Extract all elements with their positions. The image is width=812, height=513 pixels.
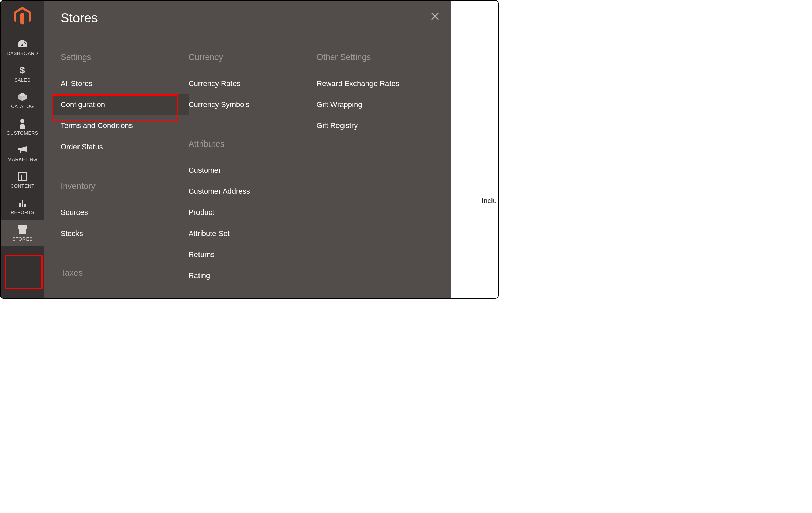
link-reward-exchange-rates[interactable]: Reward Exchange Rates [316, 73, 438, 94]
person-icon [19, 118, 26, 129]
sidebar-item-label: CUSTOMERS [7, 130, 38, 136]
group-title-inventory: Inventory [61, 181, 182, 191]
group-title-settings: Settings [61, 52, 182, 62]
stores-flyout-panel: Stores Settings All Stores Configuration… [44, 1, 451, 298]
flyout-column-1: Settings All Stores Configuration Terms … [61, 48, 189, 289]
svg-rect-16 [22, 200, 23, 207]
sidebar-item-label: CATALOG [11, 104, 34, 109]
link-gift-registry[interactable]: Gift Registry [316, 115, 438, 136]
flyout-title: Stores [61, 11, 98, 25]
sidebar-item-label: STORES [12, 236, 33, 242]
link-all-stores[interactable]: All Stores [61, 73, 182, 94]
svg-point-2 [21, 44, 23, 46]
link-currency-symbols[interactable]: Currency Symbols [189, 94, 310, 115]
dollar-icon: $ [19, 65, 26, 76]
link-attr-rating[interactable]: Rating [189, 265, 310, 286]
sidebar-item-content[interactable]: CONTENT [1, 167, 44, 193]
layout-icon [18, 171, 27, 182]
link-stocks[interactable]: Stocks [61, 223, 182, 244]
sidebar-item-label: REPORTS [11, 210, 34, 215]
sidebar-item-label: MARKETING [8, 157, 37, 162]
sidebar-item-stores[interactable]: STORES [1, 220, 44, 246]
sidebar-divider [9, 30, 36, 30]
svg-rect-12 [19, 173, 26, 180]
box-icon [18, 91, 27, 102]
megaphone-icon [18, 144, 27, 155]
group-title-other-settings: Other Settings [316, 52, 438, 62]
close-button[interactable] [429, 10, 441, 22]
dashboard-icon [17, 38, 28, 49]
sidebar-item-label: CONTENT [11, 183, 34, 189]
magento-logo-icon [14, 7, 31, 26]
link-order-status[interactable]: Order Status [61, 136, 182, 157]
link-attr-customer[interactable]: Customer [189, 160, 310, 181]
link-attr-returns[interactable]: Returns [189, 244, 310, 265]
link-sources[interactable]: Sources [61, 202, 182, 223]
link-attr-attribute-set[interactable]: Attribute Set [189, 223, 310, 244]
svg-text:$: $ [20, 65, 25, 75]
link-configuration[interactable]: Configuration [52, 94, 189, 115]
sidebar-item-label: SALES [14, 77, 30, 83]
group-title-currency: Currency [189, 52, 310, 62]
link-currency-rates[interactable]: Currency Rates [189, 73, 310, 94]
bar-chart-icon [18, 198, 27, 208]
flyout-columns: Settings All Stores Configuration Terms … [61, 48, 445, 289]
background-partial-text: Inclu [482, 196, 498, 205]
flyout-column-2: Currency Currency Rates Currency Symbols… [189, 48, 317, 289]
link-gift-wrapping[interactable]: Gift Wrapping [316, 94, 438, 115]
sidebar-item-label: DASHBOARD [7, 51, 38, 56]
svg-point-8 [20, 119, 24, 123]
group-title-attributes: Attributes [189, 139, 310, 149]
sidebar-item-sales[interactable]: $ SALES [1, 61, 44, 87]
svg-rect-18 [19, 229, 26, 234]
sidebar-item-marketing[interactable]: MARKETING [1, 140, 44, 167]
flyout-column-3: Other Settings Reward Exchange Rates Gif… [316, 48, 445, 289]
sidebar-item-reports[interactable]: REPORTS [1, 193, 44, 220]
sidebar-item-dashboard[interactable]: DASHBOARD [1, 34, 44, 61]
link-terms-and-conditions[interactable]: Terms and Conditions [61, 115, 182, 136]
svg-rect-10 [18, 148, 20, 150]
admin-sidebar: DASHBOARD $ SALES CATALOG CUSTOMERS MARK… [1, 1, 44, 298]
sidebar-item-catalog[interactable]: CATALOG [1, 87, 44, 114]
store-icon [17, 224, 28, 235]
svg-rect-17 [24, 204, 26, 207]
sidebar-item-customers[interactable]: CUSTOMERS [1, 114, 44, 140]
link-attr-product[interactable]: Product [189, 202, 310, 223]
svg-rect-11 [20, 150, 21, 153]
group-title-taxes: Taxes [61, 268, 182, 278]
svg-rect-15 [19, 203, 21, 207]
link-attr-customer-address[interactable]: Customer Address [189, 181, 310, 202]
